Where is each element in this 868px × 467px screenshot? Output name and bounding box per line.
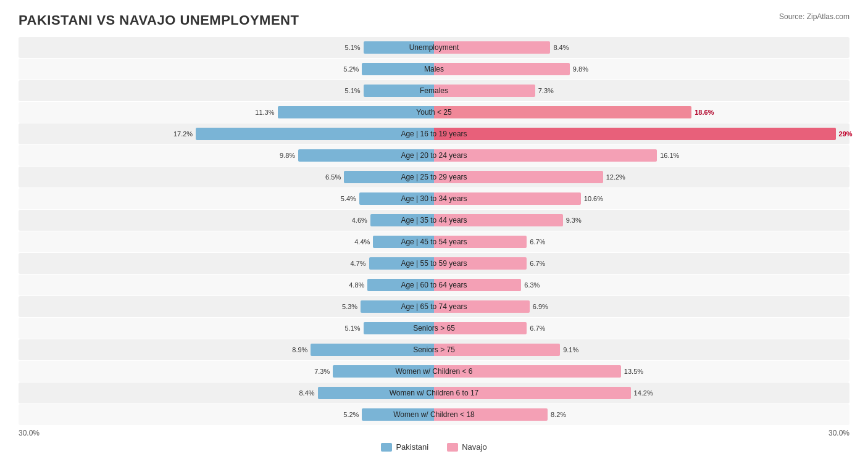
bar-row: 5.4% Age | 30 to 34 years 10.6% — [19, 188, 849, 209]
left-half: 5.2% — [19, 59, 434, 80]
right-half: 7.3% — [434, 80, 849, 101]
bar-blue-9 — [373, 236, 434, 248]
val-blue-15: 7.3% — [314, 368, 332, 375]
axis-left: 30.0% — [19, 429, 434, 437]
val-blue-17: 5.2% — [343, 411, 361, 418]
left-half: 4.4% — [19, 231, 434, 252]
bar-row: 9.8% Age | 20 to 24 years 16.1% — [19, 145, 849, 166]
bar-pink-17 — [434, 408, 548, 421]
left-half: 5.4% — [19, 188, 434, 209]
bar-row: 4.4% Age | 45 to 54 years 6.7% — [19, 231, 849, 252]
bar-pink-16 — [434, 387, 631, 399]
bar-row: 5.3% Age | 65 to 74 years 6.9% — [19, 296, 849, 317]
right-half: 8.4% — [434, 37, 849, 58]
bar-blue-10 — [369, 257, 434, 270]
right-half: 6.3% — [434, 275, 849, 295]
bar-row: 5.1% Seniors > 65 6.7% — [19, 318, 849, 339]
val-blue-13: 5.1% — [345, 324, 362, 332]
legend: Pakistani Navajo — [19, 442, 849, 452]
val-pink-8: 9.3% — [564, 217, 582, 224]
val-blue-6: 6.5% — [325, 173, 343, 181]
val-pink-11: 6.3% — [522, 281, 540, 289]
bar-blue-2 — [364, 85, 434, 97]
right-half: 6.9% — [434, 296, 849, 317]
chart-title: PAKISTANI VS NAVAJO UNEMPLOYMENT — [19, 12, 299, 28]
legend-label-navajo: Navajo — [462, 442, 486, 452]
right-half: 10.6% — [434, 188, 849, 209]
bar-row: 5.1% Unemployment 8.4% — [19, 37, 849, 58]
bar-row: 6.5% Age | 25 to 29 years 12.2% — [19, 167, 849, 188]
left-half: 5.1% — [19, 318, 434, 339]
val-pink-10: 6.7% — [528, 260, 545, 267]
bar-blue-5 — [298, 149, 434, 162]
bar-blue-16 — [318, 387, 434, 399]
val-blue-11: 4.8% — [349, 281, 366, 289]
left-half: 9.8% — [19, 145, 434, 166]
val-blue-5: 9.8% — [280, 152, 297, 159]
bar-pink-5 — [434, 149, 657, 162]
left-half: 8.9% — [19, 339, 434, 360]
val-pink-3: 18.6% — [693, 109, 714, 116]
bar-pink-6 — [434, 171, 603, 183]
bar-blue-6 — [344, 171, 434, 183]
val-pink-5: 16.1% — [658, 152, 679, 159]
val-pink-4: 29% — [837, 130, 853, 138]
bar-pink-4 — [434, 128, 836, 140]
bar-pink-12 — [434, 300, 530, 313]
right-half: 12.2% — [434, 167, 849, 188]
bar-pink-1 — [434, 63, 570, 75]
legend-swatch-navajo — [447, 443, 458, 452]
bar-row: 4.7% Age | 55 to 59 years 6.7% — [19, 253, 849, 274]
bar-pink-10 — [434, 257, 527, 270]
bar-blue-4 — [196, 128, 434, 140]
left-half: 11.3% — [19, 102, 434, 123]
right-half: 18.6% — [434, 102, 849, 123]
val-blue-4: 17.2% — [173, 130, 194, 138]
left-half: 5.2% — [19, 404, 434, 425]
left-half: 4.7% — [19, 253, 434, 274]
val-pink-6: 12.2% — [604, 173, 625, 181]
bar-row: 17.2% Age | 16 to 19 years 29% — [19, 123, 849, 144]
right-half: 8.2% — [434, 404, 849, 425]
bar-row: 4.6% Age | 35 to 44 years 9.3% — [19, 210, 849, 231]
val-blue-7: 5.4% — [341, 195, 358, 202]
bar-row: 8.4% Women w/ Children 6 to 17 14.2% — [19, 382, 849, 403]
val-blue-14: 8.9% — [292, 346, 309, 353]
bar-pink-11 — [434, 279, 521, 291]
left-half: 5.3% — [19, 296, 434, 317]
val-blue-3: 11.3% — [255, 109, 276, 116]
left-half: 4.6% — [19, 210, 434, 231]
val-pink-1: 9.8% — [571, 65, 588, 73]
chart-container: PAKISTANI VS NAVAJO UNEMPLOYMENT Source:… — [0, 0, 868, 467]
val-pink-9: 6.7% — [528, 238, 545, 246]
right-half: 29% — [434, 123, 849, 144]
bar-pink-2 — [434, 85, 535, 97]
bar-pink-14 — [434, 344, 560, 356]
bar-row: 5.1% Females 7.3% — [19, 80, 849, 101]
right-half: 16.1% — [434, 145, 849, 166]
bar-row: 5.2% Males 9.8% — [19, 59, 849, 80]
bar-row: 4.8% Age | 60 to 64 years 6.3% — [19, 275, 849, 295]
bar-blue-11 — [367, 279, 434, 291]
val-pink-16: 14.2% — [632, 389, 653, 397]
left-half: 5.1% — [19, 37, 434, 58]
val-pink-7: 10.6% — [582, 195, 603, 202]
chart-source: Source: ZipAtlas.com — [779, 12, 849, 21]
val-pink-0: 8.4% — [551, 44, 569, 51]
val-blue-1: 5.2% — [343, 65, 361, 73]
bar-row: 8.9% Seniors > 75 9.1% — [19, 339, 849, 360]
bar-blue-14 — [311, 344, 434, 356]
bar-pink-3 — [434, 106, 691, 118]
val-pink-14: 9.1% — [561, 346, 578, 353]
val-pink-17: 8.2% — [549, 411, 566, 418]
val-blue-9: 4.4% — [354, 238, 372, 246]
right-half: 9.3% — [434, 210, 849, 231]
legend-item-pakistani: Pakistani — [381, 442, 428, 452]
right-half: 9.8% — [434, 59, 849, 80]
bar-pink-7 — [434, 192, 581, 205]
bar-pink-8 — [434, 214, 563, 226]
right-half: 6.7% — [434, 253, 849, 274]
bar-blue-15 — [333, 365, 434, 378]
right-half: 6.7% — [434, 318, 849, 339]
left-half: 8.4% — [19, 382, 434, 403]
